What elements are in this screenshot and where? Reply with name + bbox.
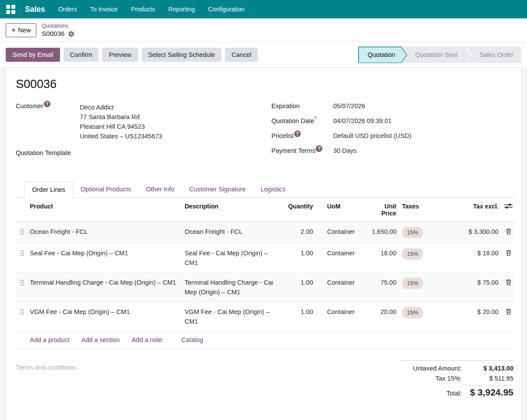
- tab-other-info[interactable]: Other Info: [139, 182, 182, 198]
- line-product[interactable]: Ocean Freight - FCL: [28, 222, 183, 241]
- table-footer-links: Add a product Add a section Add a note C…: [16, 332, 514, 349]
- tax-badge[interactable]: 15%: [402, 227, 423, 238]
- order-line-row[interactable]: Seal Fee - Cai Mep (Origin) – CM1 Seal F…: [16, 244, 514, 273]
- col-header-taxes[interactable]: Taxes: [398, 198, 453, 215]
- order-line-row[interactable]: Ocean Freight - FCL Ocean Freight - FCL …: [16, 222, 514, 244]
- stage-sales-order[interactable]: Sales Order: [472, 46, 521, 63]
- total-label: Total:: [446, 390, 462, 397]
- line-product[interactable]: VGM Fee - Cai Mep (Origin) – CM1: [28, 302, 183, 321]
- line-uom[interactable]: Container: [315, 244, 370, 263]
- drag-handle-icon[interactable]: [16, 302, 28, 320]
- terms-and-conditions-input[interactable]: Terms and conditions...: [16, 360, 399, 401]
- add-note-link[interactable]: Add a note: [132, 336, 162, 343]
- line-description[interactable]: Ocean Freight - FCL: [183, 222, 282, 241]
- col-header-subtotal[interactable]: Tax excl.: [453, 198, 500, 215]
- payment-terms-field-row: Payment Terms? 30 Days: [271, 147, 514, 154]
- add-section-link[interactable]: Add a section: [81, 336, 120, 343]
- catalog-link[interactable]: Catalog: [181, 336, 203, 343]
- pricelist-label: Pricelist?: [271, 132, 333, 139]
- tax-label: Tax 15%:: [435, 375, 462, 382]
- col-header-uom[interactable]: UoM: [315, 198, 370, 215]
- form-sheet: S00036 Customer? Deco Addict 77 Santa Ba…: [5, 67, 522, 420]
- line-unit-price[interactable]: 18.00: [370, 244, 398, 263]
- nav-item-products[interactable]: Products: [131, 6, 155, 13]
- breadcrumb-parent-link[interactable]: Quotations: [42, 23, 75, 30]
- line-quantity[interactable]: 1.00: [282, 302, 315, 321]
- nav-item-to-invoice[interactable]: To Invoice: [90, 6, 118, 13]
- pricelist-field-row: Pricelist? Default USD pricelist (USD): [271, 132, 514, 139]
- help-icon[interactable]: ?: [44, 101, 50, 107]
- delete-line-icon[interactable]: [500, 244, 514, 261]
- tab-customer-signature[interactable]: Customer Signature: [182, 182, 253, 198]
- line-uom[interactable]: Container: [315, 222, 370, 241]
- nav-item-reporting[interactable]: Reporting: [168, 6, 195, 13]
- line-uom[interactable]: Container: [315, 302, 370, 321]
- line-unit-price[interactable]: 75.00: [370, 273, 398, 292]
- quotation-template-label: Quotation Template: [16, 149, 80, 156]
- payment-terms-value[interactable]: 30 Days: [333, 147, 356, 154]
- tab-logistics[interactable]: Logistics: [253, 182, 292, 198]
- tab-optional-products[interactable]: Optional Products: [73, 182, 139, 198]
- stage-quotation-active[interactable]: Quotation: [358, 46, 407, 63]
- col-header-quantity[interactable]: Quantity: [282, 198, 315, 215]
- stage-quotation-sent[interactable]: Quotation Sent: [407, 46, 466, 63]
- confirm-button[interactable]: Confirm: [64, 48, 99, 62]
- expiration-field-row: Expiration 05/07/2026: [271, 102, 514, 109]
- drag-handle-icon[interactable]: [16, 273, 28, 290]
- tax-badge[interactable]: 15%: [402, 307, 423, 318]
- line-quantity[interactable]: 1.00: [282, 273, 315, 292]
- drag-handle-icon[interactable]: [16, 244, 28, 261]
- line-description[interactable]: VGM Fee - Cai Mep (Origin) – CM1: [183, 302, 282, 331]
- gear-icon[interactable]: [68, 31, 75, 37]
- quotation-date-value[interactable]: 04/07/2026 09:39:01: [333, 117, 392, 124]
- drag-handle-icon[interactable]: [16, 222, 28, 240]
- cancel-button[interactable]: Cancel: [225, 48, 258, 62]
- delete-line-icon[interactable]: [500, 273, 514, 290]
- line-description[interactable]: Seal Fee - Cai Mep (Origin) – CM1: [183, 244, 282, 272]
- line-unit-price[interactable]: 1,650.00: [370, 222, 398, 241]
- quotation-date-label: Quotation Date?: [271, 117, 333, 124]
- add-product-link[interactable]: Add a product: [30, 336, 69, 343]
- apps-grid-square: [6, 10, 10, 14]
- col-header-product[interactable]: Product: [28, 198, 183, 215]
- tab-order-lines[interactable]: Order Lines: [24, 182, 73, 198]
- customer-name-link[interactable]: Deco Addict: [80, 102, 162, 112]
- bottom-zone: Terms and conditions... Untaxed Amount: …: [16, 360, 514, 401]
- line-quantity[interactable]: 1.00: [282, 244, 315, 263]
- pricelist-value[interactable]: Default USD pricelist (USD): [333, 132, 411, 139]
- nav-item-configuration[interactable]: Configuration: [208, 6, 245, 13]
- new-button[interactable]: + New: [6, 23, 36, 37]
- col-header-description[interactable]: Description: [183, 198, 282, 215]
- send-by-email-button[interactable]: Send by Email: [6, 48, 60, 62]
- order-line-row[interactable]: Terminal Handling Charge - Cai Mep (Orig…: [16, 273, 514, 302]
- app-name[interactable]: Sales: [25, 5, 45, 14]
- order-line-row[interactable]: VGM Fee - Cai Mep (Origin) – CM1 VGM Fee…: [16, 302, 514, 332]
- help-icon[interactable]: ?: [294, 131, 301, 137]
- delete-line-icon[interactable]: [500, 302, 514, 320]
- col-header-unit-price[interactable]: Unit Price: [370, 198, 398, 222]
- tax-row: Tax 15%: $ 511.95: [399, 375, 513, 382]
- stage-pipeline: Quotation Quotation Sent Sales Order: [358, 46, 521, 63]
- nav-menu: Orders To Invoice Products Reporting Con…: [58, 6, 245, 13]
- tax-badge[interactable]: 15%: [402, 278, 423, 289]
- select-sailing-schedule-button[interactable]: Select Sailing Schedule: [142, 48, 221, 62]
- optional-columns-icon[interactable]: [500, 198, 514, 214]
- nav-item-orders[interactable]: Orders: [58, 6, 77, 13]
- expiration-value[interactable]: 05/07/2026: [333, 102, 365, 109]
- line-uom[interactable]: Container: [315, 273, 370, 292]
- stage-label: Sales Order: [480, 51, 513, 58]
- help-icon[interactable]: ?: [316, 145, 322, 152]
- line-description[interactable]: Terminal Handling Charge - Cai Mep (Orig…: [183, 273, 282, 302]
- preview-button[interactable]: Preview: [102, 48, 138, 62]
- apps-grid-icon[interactable]: [6, 5, 15, 14]
- delete-line-icon[interactable]: [500, 222, 514, 240]
- total-value: $ 3,924.95: [462, 385, 513, 398]
- line-quantity[interactable]: 2.00: [282, 222, 315, 241]
- line-product[interactable]: Terminal Handling Charge - Cai Mep (Orig…: [28, 273, 183, 292]
- line-subtotal: $ 18.00: [453, 244, 500, 263]
- expiration-label: Expiration: [271, 102, 333, 109]
- line-product[interactable]: Seal Fee - Cai Mep (Origin) – CM1: [28, 244, 183, 263]
- line-unit-price[interactable]: 20.00: [370, 302, 398, 321]
- tax-badge[interactable]: 15%: [402, 248, 423, 260]
- breadcrumb-current: S00036: [42, 30, 64, 38]
